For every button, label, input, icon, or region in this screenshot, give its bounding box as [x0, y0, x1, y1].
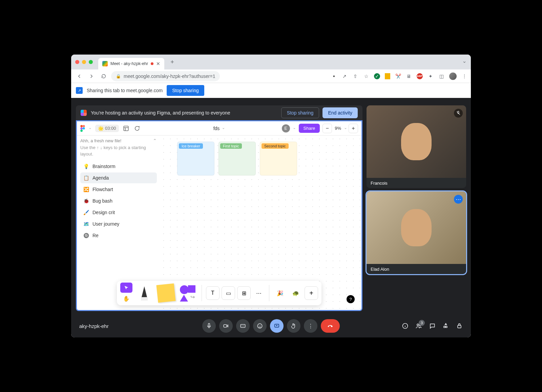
- emoji-button[interactable]: [253, 319, 267, 333]
- template-designcrit[interactable]: 🖌️Design crit: [80, 207, 157, 218]
- zoom-value[interactable]: 9%: [333, 126, 342, 131]
- participants-grid: Francois ⋯ Elad Alon: [367, 105, 466, 274]
- svg-point-9: [259, 325, 259, 326]
- forward-button[interactable]: [87, 71, 96, 81]
- topic-card-firsttopic[interactable]: First topic: [218, 142, 256, 176]
- banner-stop-sharing-button[interactable]: Stop sharing: [281, 107, 319, 118]
- more-options-button[interactable]: ⋮: [304, 319, 317, 333]
- stop-sharing-button[interactable]: Stop sharing: [167, 85, 204, 96]
- hand-tool[interactable]: ✋: [120, 293, 132, 304]
- svg-point-0: [80, 125, 83, 127]
- template-userjourney[interactable]: 🗺️User journey: [80, 219, 157, 229]
- chat-button[interactable]: [429, 323, 436, 329]
- raise-hand-button[interactable]: [287, 319, 300, 333]
- browser-window: Meet - aky-hzpk-ehr ✕ + 🔒 meet.google.co…: [71, 55, 471, 337]
- topic-card-icebreaker[interactable]: Ice breaker: [177, 142, 214, 176]
- shared-content: 🌟 03:00 fds E Share − 9%: [76, 120, 362, 311]
- svg-point-13: [417, 324, 419, 326]
- table-tool[interactable]: ⊞: [237, 286, 251, 300]
- close-window-button[interactable]: [75, 60, 79, 64]
- add-tool-button[interactable]: +: [305, 286, 318, 300]
- url-text: meet.google.com/aky-hzpk-ehr?authuser=1: [124, 74, 215, 79]
- profile-avatar-icon[interactable]: [449, 73, 457, 80]
- help-button[interactable]: ?: [347, 295, 355, 303]
- collapse-icon[interactable]: [153, 138, 157, 142]
- activity-text: You're hosting an activity using Figma, …: [91, 110, 230, 116]
- display-icon[interactable]: 🖥: [406, 73, 412, 79]
- extension-2-icon[interactable]: [385, 73, 390, 79]
- info-button[interactable]: [402, 323, 409, 329]
- svg-point-2: [80, 127, 83, 129]
- chevron-down-icon[interactable]: [88, 127, 92, 130]
- scissors-icon[interactable]: ✂️: [395, 73, 401, 79]
- comment-icon[interactable]: [133, 125, 141, 132]
- user-avatar[interactable]: E: [282, 124, 290, 132]
- shapes-tool[interactable]: ↪: [178, 283, 197, 303]
- new-tab-button[interactable]: +: [170, 59, 174, 66]
- end-activity-button[interactable]: End activity: [322, 107, 358, 118]
- url-input[interactable]: 🔒 meet.google.com/aky-hzpk-ehr?authuser=…: [111, 71, 220, 81]
- camera-icon[interactable]: ▪️: [331, 73, 337, 79]
- mic-button[interactable]: [202, 319, 216, 333]
- extensions-puzzle-icon[interactable]: ✦: [428, 73, 434, 79]
- figjam-logo-icon[interactable]: [80, 125, 85, 132]
- sidepanel-icon[interactable]: ◫: [438, 73, 444, 79]
- more-options-button[interactable]: ⋯: [454, 195, 463, 204]
- template-flowchart[interactable]: 🔀Flowchart: [80, 184, 157, 195]
- back-button[interactable]: [75, 71, 84, 81]
- participant-tile-elad[interactable]: ⋯ Elad Alon: [367, 191, 466, 274]
- template-list: 💡Brainstorm 📋Agenda 🔀Flowchart 🐞Bug bash…: [80, 161, 157, 241]
- captions-button[interactable]: [236, 319, 250, 333]
- file-title[interactable]: fds: [213, 126, 225, 131]
- maximize-window-button[interactable]: [89, 60, 93, 64]
- template-brainstorm[interactable]: 💡Brainstorm: [80, 161, 157, 172]
- map-icon: 🗺️: [83, 221, 89, 227]
- select-tool[interactable]: [120, 283, 132, 293]
- svg-rect-5: [124, 126, 128, 131]
- abp-icon[interactable]: ABP: [417, 73, 423, 79]
- meet-area: You're hosting an activity using Figma, …: [71, 98, 471, 337]
- people-button[interactable]: 3: [415, 323, 422, 329]
- reload-button[interactable]: [99, 71, 108, 81]
- open-external-icon[interactable]: ↗: [341, 73, 348, 79]
- flowchart-icon: 🔀: [83, 186, 89, 192]
- present-button[interactable]: [270, 319, 284, 333]
- svg-rect-7: [241, 325, 245, 328]
- layout-icon[interactable]: [122, 125, 130, 132]
- minimize-window-button[interactable]: [82, 60, 86, 64]
- figma-share-button[interactable]: Share: [299, 124, 320, 133]
- svg-point-4: [80, 129, 83, 132]
- hangup-button[interactable]: [321, 319, 340, 333]
- close-tab-button[interactable]: ✕: [156, 61, 160, 66]
- kebab-menu-button[interactable]: ⋮: [461, 73, 467, 79]
- window-controls: [75, 60, 93, 64]
- section-tool[interactable]: ▭: [222, 286, 235, 300]
- chevron-down-icon[interactable]: [293, 127, 296, 130]
- stamp-tool-1[interactable]: 🎉: [273, 283, 287, 303]
- activities-button[interactable]: [442, 323, 449, 329]
- chevron-down-icon: [222, 127, 225, 130]
- timer-pill[interactable]: 🌟 03:00: [95, 125, 119, 132]
- zoom-in-button[interactable]: +: [349, 124, 358, 133]
- template-re[interactable]: 🔘Re: [80, 230, 157, 241]
- camera-button[interactable]: [219, 319, 233, 333]
- sticky-note-tool[interactable]: [156, 283, 176, 303]
- participant-tile-francois[interactable]: Francois: [367, 105, 466, 188]
- share-icon[interactable]: ⇧: [352, 73, 358, 79]
- more-tools-button[interactable]: ⋯: [253, 288, 265, 298]
- stamp-tool-2[interactable]: 🐢: [289, 283, 303, 303]
- template-bugbash[interactable]: 🐞Bug bash: [80, 195, 157, 206]
- topic-card-secondtopic[interactable]: Second topic: [260, 142, 297, 176]
- sidebar-hint: Use the ↑ ↓ keys to pick a starting layo…: [80, 144, 157, 158]
- pencil-tool[interactable]: [134, 283, 154, 303]
- text-tool[interactable]: T: [206, 286, 220, 300]
- recording-indicator-icon: [151, 62, 153, 65]
- host-controls-button[interactable]: [456, 323, 463, 329]
- chevron-down-icon[interactable]: [344, 127, 347, 130]
- extension-1-icon[interactable]: ✓: [374, 73, 380, 79]
- zoom-out-button[interactable]: −: [322, 124, 332, 133]
- template-agenda[interactable]: 📋Agenda: [80, 172, 157, 183]
- tabs-dropdown-button[interactable]: [462, 60, 467, 64]
- browser-tab[interactable]: Meet - aky-hzpk-ehr ✕: [98, 58, 164, 69]
- bookmark-icon[interactable]: ☆: [363, 73, 369, 79]
